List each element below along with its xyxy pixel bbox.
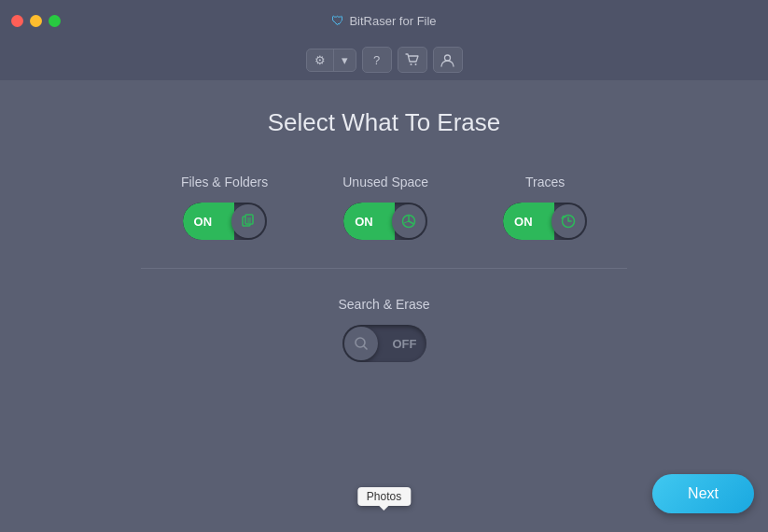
files-folders-label: Files & Folders (181, 175, 268, 189)
photos-tooltip: Photos (357, 487, 411, 506)
settings-icon[interactable]: ⚙ (307, 49, 334, 71)
unused-space-option: Unused Space ON (342, 175, 428, 240)
unused-space-state: ON (355, 215, 373, 229)
search-erase-knob (344, 327, 378, 360)
toolbar: ⚙ ▾ ? (0, 41, 768, 80)
files-folders-toggle[interactable]: ON (183, 203, 267, 240)
next-button[interactable]: Next (652, 474, 754, 513)
files-folders-knob (231, 204, 265, 238)
svg-point-1 (414, 63, 416, 65)
settings-dropdown-icon[interactable]: ▾ (334, 49, 356, 71)
traces-option: Traces ON (503, 175, 587, 240)
svg-point-0 (410, 63, 412, 65)
search-erase-state: OFF (393, 337, 417, 351)
title-bar: 🛡 BitRaser for File (0, 0, 768, 41)
page-title: Select What To Erase (37, 108, 731, 137)
traffic-lights (11, 15, 61, 27)
svg-line-11 (364, 346, 367, 349)
traces-knob (552, 204, 585, 238)
search-erase-toggle[interactable]: OFF (342, 325, 426, 362)
traces-toggle[interactable]: ON (503, 203, 587, 240)
help-button[interactable]: ? (362, 47, 392, 73)
unused-space-label: Unused Space (342, 175, 428, 189)
cart-button[interactable] (398, 47, 427, 73)
user-button[interactable] (433, 47, 463, 73)
main-content: Select What To Erase Files & Folders ON (0, 80, 768, 381)
files-folders-option: Files & Folders ON (181, 175, 268, 240)
divider (141, 268, 626, 269)
traces-label: Traces (525, 175, 565, 189)
search-erase-label: Search & Erase (338, 297, 429, 312)
close-button[interactable] (11, 15, 23, 27)
minimize-button[interactable] (30, 15, 42, 27)
svg-point-2 (445, 55, 451, 61)
app-title: 🛡 BitRaser for File (331, 13, 436, 28)
options-row: Files & Folders ON Unused Space (37, 175, 731, 240)
app-icon: 🛡 (331, 13, 344, 28)
unused-space-toggle[interactable]: ON (343, 203, 427, 240)
traces-state: ON (514, 215, 533, 229)
files-folders-state: ON (194, 215, 213, 229)
search-erase-section: Search & Erase OFF (37, 297, 731, 362)
settings-button[interactable]: ⚙ ▾ (306, 49, 356, 72)
maximize-button[interactable] (49, 15, 61, 27)
unused-space-knob (392, 204, 426, 238)
